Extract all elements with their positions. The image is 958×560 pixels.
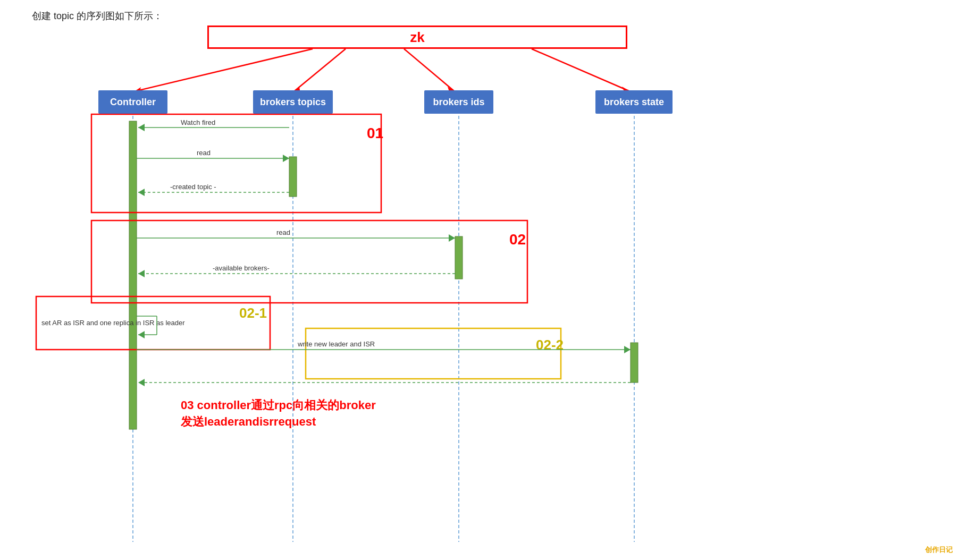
svg-text:Watch fired: Watch fired bbox=[181, 118, 215, 126]
svg-text:01: 01 bbox=[367, 125, 383, 141]
zk-box: zk bbox=[207, 26, 627, 49]
svg-rect-20 bbox=[36, 296, 270, 350]
svg-text:-created topic -: -created topic - bbox=[170, 183, 216, 191]
svg-marker-48 bbox=[138, 379, 145, 386]
svg-rect-16 bbox=[91, 114, 381, 213]
svg-line-6 bbox=[532, 49, 630, 91]
page-container: 创建 topic 的序列图如下所示： zk bbox=[0, 0, 958, 560]
svg-rect-14 bbox=[455, 236, 463, 279]
page-title: 创建 topic 的序列图如下所示： bbox=[32, 10, 163, 22]
svg-text:02-2: 02-2 bbox=[536, 337, 564, 353]
svg-text:set AR as ISR and one replica : set AR as ISR and one replica in ISR as … bbox=[41, 319, 185, 327]
svg-marker-31 bbox=[138, 189, 145, 196]
svg-marker-34 bbox=[449, 234, 455, 242]
svg-text:-available brokers-: -available brokers- bbox=[213, 264, 270, 272]
zk-label: zk bbox=[410, 29, 424, 46]
svg-marker-45 bbox=[624, 346, 631, 353]
participant-brokers-topics: brokers topics bbox=[253, 90, 333, 114]
diagram-svg: 01 02 02-1 02-2 Watch fired read -create… bbox=[0, 0, 958, 560]
participant-brokers-ids: brokers ids bbox=[424, 90, 493, 114]
svg-text:write new leader and ISR: write new leader and ISR bbox=[297, 340, 375, 348]
svg-line-0 bbox=[135, 49, 313, 91]
watermark: 创作日记 bbox=[925, 545, 953, 555]
svg-rect-18 bbox=[91, 220, 527, 303]
svg-text:read: read bbox=[197, 149, 211, 157]
svg-line-4 bbox=[404, 49, 455, 91]
svg-marker-43 bbox=[138, 331, 145, 338]
svg-marker-28 bbox=[283, 155, 289, 162]
svg-rect-22 bbox=[306, 328, 561, 379]
svg-line-2 bbox=[294, 49, 346, 91]
svg-text:02-1: 02-1 bbox=[239, 305, 267, 321]
svg-marker-25 bbox=[138, 124, 145, 131]
svg-rect-12 bbox=[129, 121, 137, 429]
participant-controller: Controller bbox=[98, 90, 167, 114]
svg-text:read: read bbox=[276, 228, 290, 236]
svg-rect-15 bbox=[631, 343, 638, 383]
svg-marker-37 bbox=[138, 270, 145, 277]
bottom-text: 03 controller通过rpc向相关的broker 发送leaderand… bbox=[181, 397, 376, 430]
svg-text:02: 02 bbox=[509, 231, 526, 248]
participant-brokers-state: brokers state bbox=[595, 90, 673, 114]
svg-rect-13 bbox=[289, 157, 297, 197]
